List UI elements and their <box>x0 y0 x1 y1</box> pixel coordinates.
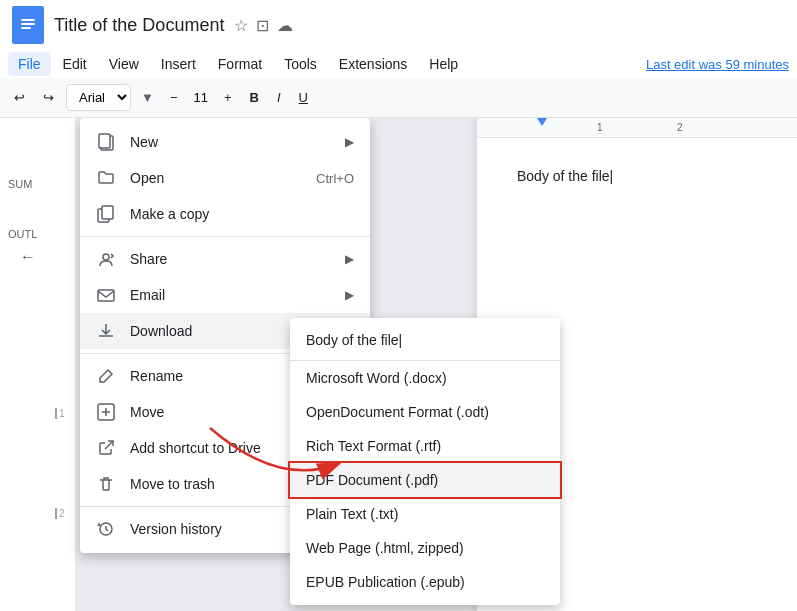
svg-rect-3 <box>21 27 31 29</box>
font-size-decrease[interactable]: − <box>164 86 184 109</box>
shortcut-icon <box>96 438 116 458</box>
open-shortcut: Ctrl+O <box>316 171 354 186</box>
toolbar: ↩ ↪ Arial ▼ − 11 + B I U <box>0 78 797 118</box>
download-epub[interactable]: EPUB Publication (.epub) <box>290 565 560 599</box>
pdf-label: PDF Document (.pdf) <box>306 472 438 488</box>
top-bar: Title of the Document ☆ ⊡ ☁ <box>0 0 797 50</box>
email-arrow: ▶ <box>345 288 354 302</box>
share-icon <box>96 249 116 269</box>
svg-rect-4 <box>99 134 110 148</box>
body-text: Body of the file| <box>517 168 613 184</box>
history-icon <box>96 519 116 539</box>
font-size-value: 11 <box>189 90 211 105</box>
menu-bar: File Edit View Insert Format Tools Exten… <box>0 50 797 78</box>
menu-item-email[interactable]: Email ▶ <box>80 277 370 313</box>
move-icon <box>96 402 116 422</box>
new-icon <box>96 132 116 152</box>
page-number-2: 2 <box>55 508 65 519</box>
menu-file[interactable]: File <box>8 52 51 76</box>
trash-icon <box>96 474 116 494</box>
undo-button[interactable]: ↩ <box>8 86 31 109</box>
new-label: New <box>130 134 345 150</box>
last-edit-text[interactable]: Last edit was 59 minutes <box>646 57 789 72</box>
menu-edit[interactable]: Edit <box>53 52 97 76</box>
download-submenu: Body of the file| Microsoft Word (.docx)… <box>290 318 560 605</box>
sidebar-left: SUM OUTL ← 1 2 <box>0 118 75 611</box>
menu-format[interactable]: Format <box>208 52 272 76</box>
html-label: Web Page (.html, zipped) <box>306 540 464 556</box>
share-label: Share <box>130 251 345 267</box>
share-arrow: ▶ <box>345 252 354 266</box>
underline-button[interactable]: U <box>293 86 314 109</box>
bold-button[interactable]: B <box>244 86 265 109</box>
menu-help[interactable]: Help <box>419 52 468 76</box>
menu-tools[interactable]: Tools <box>274 52 327 76</box>
menu-view[interactable]: View <box>99 52 149 76</box>
svg-point-7 <box>103 254 109 260</box>
page-number-1: 1 <box>55 408 65 419</box>
sum-label: SUM <box>8 178 32 190</box>
document-title: Title of the Document <box>54 15 224 36</box>
document-area: SUM OUTL ← 1 2 1 2 Body of the file| New… <box>0 118 797 611</box>
ruler-indicator <box>537 118 547 126</box>
download-icon <box>96 321 116 341</box>
back-arrow-icon[interactable]: ← <box>20 248 36 266</box>
divider-1 <box>80 236 370 237</box>
redo-button[interactable]: ↪ <box>37 86 60 109</box>
open-icon <box>96 168 116 188</box>
font-family-select[interactable]: Arial <box>66 84 131 111</box>
new-arrow: ▶ <box>345 135 354 149</box>
download-odt[interactable]: OpenDocument Format (.odt) <box>290 395 560 429</box>
svg-rect-2 <box>21 23 35 25</box>
menu-extensions[interactable]: Extensions <box>329 52 417 76</box>
download-rtf[interactable]: Rich Text Format (.rtf) <box>290 429 560 463</box>
svg-rect-6 <box>102 206 113 219</box>
open-label: Open <box>130 170 316 186</box>
cloud-icon[interactable]: ☁ <box>277 16 293 35</box>
document-body[interactable]: Body of the file| <box>477 138 797 214</box>
menu-item-copy[interactable]: Make a copy <box>80 196 370 232</box>
menu-item-new[interactable]: New ▶ <box>80 124 370 160</box>
email-icon <box>96 285 116 305</box>
star-icon[interactable]: ☆ <box>234 16 248 35</box>
download-docx[interactable]: Microsoft Word (.docx) <box>290 361 560 395</box>
download-pdf[interactable]: PDF Document (.pdf) <box>290 463 560 497</box>
ruler: 1 2 <box>477 118 797 138</box>
copy-icon <box>96 204 116 224</box>
rtf-label: Rich Text Format (.rtf) <box>306 438 441 454</box>
ruler-mark-2: 2 <box>677 122 683 133</box>
italic-button[interactable]: I <box>271 86 287 109</box>
app-icon <box>12 6 44 44</box>
svg-rect-8 <box>98 290 114 301</box>
menu-insert[interactable]: Insert <box>151 52 206 76</box>
font-separator: ▼ <box>141 90 154 105</box>
download-html[interactable]: Web Page (.html, zipped) <box>290 531 560 565</box>
outl-label: OUTL <box>8 228 37 240</box>
email-label: Email <box>130 287 345 303</box>
copy-label: Make a copy <box>130 206 354 222</box>
submenu-header: Body of the file| <box>290 324 560 361</box>
rename-icon <box>96 366 116 386</box>
menu-item-open[interactable]: Open Ctrl+O <box>80 160 370 196</box>
download-txt[interactable]: Plain Text (.txt) <box>290 497 560 531</box>
epub-label: EPUB Publication (.epub) <box>306 574 465 590</box>
txt-label: Plain Text (.txt) <box>306 506 398 522</box>
folder-icon[interactable]: ⊡ <box>256 16 269 35</box>
menu-item-share[interactable]: Share ▶ <box>80 241 370 277</box>
docx-label: Microsoft Word (.docx) <box>306 370 447 386</box>
ruler-mark-1: 1 <box>597 122 603 133</box>
body-file-text: Body of the file| <box>306 332 402 348</box>
svg-rect-1 <box>21 19 35 21</box>
odt-label: OpenDocument Format (.odt) <box>306 404 489 420</box>
title-action-icons: ☆ ⊡ ☁ <box>234 16 293 35</box>
font-size-increase[interactable]: + <box>218 86 238 109</box>
